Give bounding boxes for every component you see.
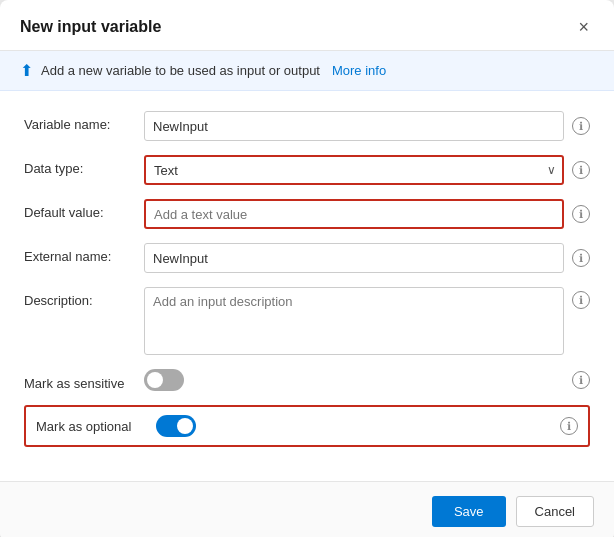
external-name-label: External name: [24,243,144,264]
mark-sensitive-control: ℹ [144,369,590,391]
external-name-input[interactable] [144,243,564,273]
variable-name-control: ℹ [144,111,590,141]
mark-optional-row: Mark as optional ℹ [24,405,590,447]
variable-name-label: Variable name: [24,111,144,132]
mark-optional-toggle[interactable] [156,415,196,437]
external-name-row: External name: ℹ [24,243,590,273]
description-control: ℹ [144,287,590,355]
mark-optional-control: ℹ [156,415,578,437]
default-value-label: Default value: [24,199,144,220]
description-info-icon[interactable]: ℹ [572,291,590,309]
toggle-knob-optional [177,418,193,434]
upload-icon: ⬆ [20,61,33,80]
banner-text: Add a new variable to be used as input o… [41,63,320,78]
toggle-knob [147,372,163,388]
more-info-link[interactable]: More info [332,63,386,78]
close-button[interactable]: × [573,16,594,38]
info-banner: ⬆ Add a new variable to be used as input… [0,51,614,91]
variable-name-info-icon[interactable]: ℹ [572,117,590,135]
new-input-variable-dialog: New input variable × ⬆ Add a new variabl… [0,0,614,537]
dialog-title: New input variable [20,18,161,36]
external-name-control: ℹ [144,243,590,273]
default-value-info-icon[interactable]: ℹ [572,205,590,223]
default-value-control: ℹ [144,199,590,229]
variable-name-input[interactable] [144,111,564,141]
default-value-input[interactable] [144,199,564,229]
data-type-select-wrap: Text Number Boolean Date DateTime ∨ [144,155,564,185]
mark-sensitive-label: Mark as sensitive [24,370,144,391]
mark-sensitive-row: Mark as sensitive ℹ [24,369,590,391]
dialog-header: New input variable × [0,0,614,51]
description-label: Description: [24,287,144,308]
mark-sensitive-toggle[interactable] [144,369,184,391]
description-row: Description: ℹ [24,287,590,355]
description-textarea[interactable] [144,287,564,355]
dialog-footer: Save Cancel [0,481,614,537]
data-type-row: Data type: Text Number Boolean Date Date… [24,155,590,185]
save-button[interactable]: Save [432,496,506,527]
mark-optional-label: Mark as optional [36,419,156,434]
form-body: Variable name: ℹ Data type: Text Number … [0,91,614,481]
external-name-info-icon[interactable]: ℹ [572,249,590,267]
data-type-info-icon[interactable]: ℹ [572,161,590,179]
data-type-control: Text Number Boolean Date DateTime ∨ ℹ [144,155,590,185]
data-type-select[interactable]: Text Number Boolean Date DateTime [144,155,564,185]
default-value-row: Default value: ℹ [24,199,590,229]
cancel-button[interactable]: Cancel [516,496,594,527]
mark-sensitive-info-icon[interactable]: ℹ [572,371,590,389]
data-type-label: Data type: [24,155,144,176]
mark-optional-info-icon[interactable]: ℹ [560,417,578,435]
variable-name-row: Variable name: ℹ [24,111,590,141]
